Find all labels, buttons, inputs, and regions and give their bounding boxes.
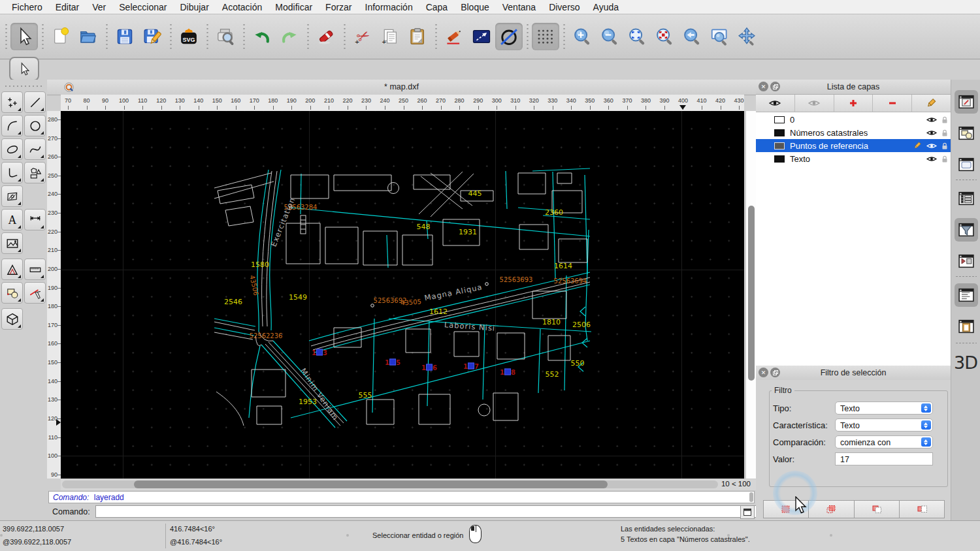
tool-line-button[interactable] [24,91,46,113]
filter-combo-comparacion[interactable]: comienza con [835,435,933,449]
tool-cadtools-button[interactable] [1,259,23,280]
tool-points-button[interactable] [1,91,23,113]
parcel-number[interactable]: 552 [546,370,559,379]
menu-editar[interactable]: Editar [49,2,86,12]
horizontal-scrollbar[interactable]: 10 < 100 [61,479,756,490]
layer-lock-icon[interactable] [939,129,951,136]
tool-measure-button[interactable] [24,259,46,280]
select-from-selection-button[interactable] [900,501,944,518]
menu-diverso[interactable]: Diverso [542,2,586,12]
zoom-previous-button[interactable] [678,23,706,50]
dock-property-editor-button[interactable] [955,90,978,114]
dock-layer-list-button[interactable] [955,187,978,210]
palette-handle[interactable] [4,85,43,87]
menu-ayuda[interactable]: Ayuda [587,2,625,12]
parcel-number[interactable]: 2506 [572,321,591,329]
menu-capa[interactable]: Capa [419,2,454,12]
parcel-number[interactable]: 2546 [224,298,242,306]
ortho-mode-button[interactable] [495,23,523,50]
vertical-scrollbar-thumb[interactable] [748,206,755,381]
combo-stepper-icon[interactable] [921,420,931,430]
paste-button[interactable] [404,23,431,50]
pan-button[interactable] [733,23,760,50]
layer-lock-icon[interactable] [939,155,951,163]
drawing-canvas[interactable]: 4452360548193116141580254615491612181025… [61,111,744,479]
redo-button[interactable] [276,23,303,50]
layer-visibility-icon[interactable] [924,142,939,150]
select-button[interactable] [10,23,38,50]
remove-from-selection-button[interactable] [855,501,900,518]
new-button[interactable] [47,23,74,50]
layer-row-puntos-de-referencia[interactable]: Puntos de referencia [756,139,951,152]
layer-edit-icon[interactable] [910,142,924,150]
dock-clipboard-panel-button[interactable] [955,315,978,338]
vertical-scrollbar[interactable] [745,111,757,479]
polyline-mode-button[interactable] [468,23,495,50]
selected-text[interactable]: 18 [500,369,515,376]
selection-handle[interactable] [316,349,323,356]
selected-text[interactable]: 17 [463,363,479,370]
parcel-number[interactable]: 1953 [299,398,317,406]
selection-handle[interactable] [426,364,433,371]
save-button[interactable] [111,23,139,50]
zoom-in-button[interactable] [568,23,596,50]
open-button[interactable] [74,23,102,50]
add-to-selection-button[interactable] [809,501,854,518]
parcel-number[interactable]: 548 [417,223,431,231]
tool-hatch-button[interactable] [1,185,23,207]
menu-modificar[interactable]: Modificar [269,2,319,12]
copy-button[interactable]: + [376,23,404,50]
parcel-number[interactable]: 2360 [545,208,563,217]
print-preview-button[interactable] [212,23,239,50]
draw-pencil-button[interactable] [440,23,468,50]
history-scrollbar-thumb[interactable] [749,492,753,502]
remove-layer-button[interactable] [873,95,912,112]
show-all-button[interactable] [756,95,795,112]
layer-lock-icon[interactable] [939,116,951,123]
cut-button[interactable]: ✂+ [349,23,376,50]
hide-all-button[interactable] [795,95,834,112]
selected-text[interactable]: 16 [421,364,437,371]
parcel-number[interactable]: 1931 [459,228,477,236]
layer-row-numeros-catastrales[interactable]: Números catastrales [756,126,951,139]
selected-text[interactable]: 13 [312,349,327,356]
tool-circle-button[interactable] [24,115,46,136]
zoom-auto-button[interactable] [623,23,651,50]
menu-informacion[interactable]: Información [359,2,419,12]
menu-seleccionar[interactable]: Seleccionar [112,2,173,12]
selection-handle[interactable] [389,359,396,366]
dock-library-browser-button[interactable] [955,249,978,273]
menu-acotacion[interactable]: Acotación [216,2,269,12]
parcel-number[interactable]: 1614 [554,262,572,270]
menu-ver[interactable]: Ver [86,2,112,12]
tool-image-button[interactable] [1,232,23,254]
reference-number[interactable]: 52562236 [250,332,283,339]
zoom-window-button[interactable] [706,23,733,50]
filter-value-input[interactable]: 17 [835,452,933,465]
menu-bloque[interactable]: Bloque [454,2,496,12]
layers-panel-header[interactable]: ✕ Lista de capas [756,80,951,95]
layer-visibility-icon[interactable] [924,155,939,163]
filter-combo-tipo[interactable]: Texto [835,401,933,415]
reference-number[interactable]: 43505 [400,298,422,306]
tool-box3d-button[interactable] [1,308,23,330]
combo-stepper-icon[interactable] [921,437,931,447]
zoom-selected-button[interactable] [651,23,678,50]
tool-modify-button[interactable] [24,282,46,304]
dock-block-list-button[interactable] [955,121,978,145]
horizontal-scrollbar-track[interactable] [62,480,718,488]
undo-button[interactable] [248,23,276,50]
delete-button[interactable] [312,23,340,50]
svgexport-button[interactable]: SVG [175,23,203,50]
add-layer-button[interactable] [834,95,874,112]
reference-number[interactable]: 52563694 [554,277,587,285]
grid-toggle-button[interactable] [532,23,559,50]
selection-handle[interactable] [468,363,474,370]
parcel-number[interactable]: 550 [571,359,585,368]
parcel-number[interactable]: 1549 [289,293,307,302]
menu-forzar[interactable]: Forzar [319,2,358,12]
layer-lock-icon[interactable] [939,142,951,150]
parcel-number[interactable]: 555 [359,391,372,400]
edit-layer-button[interactable] [912,95,951,112]
parcel-number[interactable]: 1580 [251,260,269,269]
